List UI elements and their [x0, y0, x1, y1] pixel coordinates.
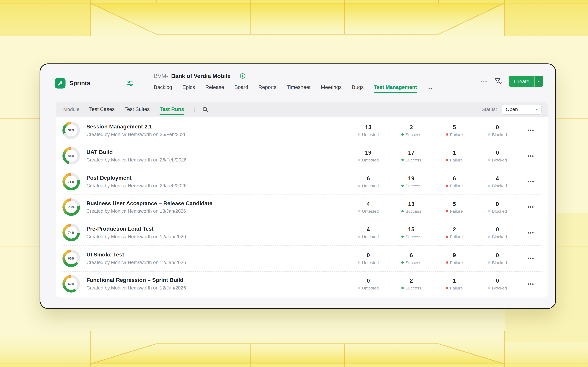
- divider: [389, 227, 390, 238]
- status-dropdown[interactable]: Open ▾: [502, 104, 542, 115]
- create-dropdown-chevron-icon[interactable]: ▾: [534, 75, 543, 87]
- nav-item-timesheet[interactable]: Timesheet: [287, 84, 311, 90]
- untested-label: Untested: [362, 158, 379, 162]
- blocked-count: 0: [496, 277, 499, 284]
- blocked-dot: [488, 184, 490, 187]
- blocked-label: Blocked: [492, 158, 507, 162]
- failure-label: Failure: [450, 260, 463, 265]
- blocked-count: 4: [496, 175, 499, 182]
- untested-label: Untested: [362, 209, 379, 213]
- test-run-title[interactable]: Functional Regression – Sprint Build: [86, 277, 186, 283]
- nav-item-test-management[interactable]: Test Management: [374, 84, 417, 90]
- test-run-title[interactable]: Session Management 2.1: [86, 123, 186, 129]
- success-count: 19: [408, 175, 414, 182]
- divider: [476, 176, 476, 187]
- progress-donut: 65%: [62, 250, 80, 267]
- divider: |: [194, 106, 195, 112]
- progress-donut: 60%: [62, 275, 80, 292]
- failure-label: Failure: [450, 132, 463, 137]
- sliders-icon: [126, 81, 133, 86]
- search-button[interactable]: [202, 106, 208, 112]
- divider: [389, 253, 390, 264]
- nav-more-icon[interactable]: ...: [427, 84, 433, 90]
- status-chevron-icon: ▾: [536, 107, 538, 111]
- project-code: BVM-: [154, 73, 168, 79]
- test-run-title[interactable]: Post Deployment: [86, 175, 186, 181]
- row-more-button[interactable]: •••: [525, 127, 537, 133]
- row-more-button[interactable]: •••: [525, 178, 537, 184]
- nav-item-meetings[interactable]: Meetings: [321, 84, 342, 90]
- blocked-count: 0: [496, 226, 499, 233]
- nav-item-bugs[interactable]: Bugs: [352, 84, 364, 90]
- test-run-row: 60% Functional Regression – Sprint Build…: [56, 271, 548, 297]
- sprints-logo-icon: [57, 80, 63, 86]
- failure-dot: [446, 159, 448, 161]
- untested-dot: [358, 184, 360, 187]
- test-run-title[interactable]: Business User Acceptance – Release Candi…: [86, 200, 212, 206]
- sprints-logo[interactable]: [55, 78, 66, 89]
- divider: [433, 150, 433, 162]
- test-run-title[interactable]: UAT Build: [86, 149, 186, 155]
- app-name: Sprints: [69, 80, 90, 87]
- divider: [476, 125, 476, 136]
- test-run-title[interactable]: Pre-Production Load Test: [86, 226, 186, 232]
- progress-donut: 78%: [62, 173, 80, 190]
- nav-item-board[interactable]: Board: [234, 84, 248, 90]
- project-info-icon[interactable]: [240, 73, 245, 79]
- untested-count: 4: [367, 226, 370, 233]
- row-more-button[interactable]: •••: [525, 153, 537, 159]
- progress-donut: 45%: [62, 147, 80, 165]
- blocked-label: Blocked: [492, 183, 507, 188]
- divider: [476, 201, 476, 213]
- progress-donut: 78%: [62, 198, 80, 216]
- test-run-stats: 0Untested 6Success 9Failure 0Blocked: [349, 245, 517, 271]
- blocked-dot: [488, 159, 490, 161]
- failure-label: Failure: [450, 209, 463, 213]
- header-more-icon[interactable]: •••: [481, 79, 488, 84]
- progress-percent: 74%: [65, 226, 77, 239]
- tab-test-cases[interactable]: Test Cases: [89, 106, 115, 112]
- failure-count: 6: [453, 175, 456, 182]
- failure-count: 5: [453, 124, 456, 130]
- failure-count: 2: [453, 226, 456, 233]
- project-name: Bank of Verdia Mobile: [171, 73, 231, 79]
- untested-dot: [358, 236, 360, 238]
- success-label: Success: [406, 158, 421, 162]
- test-run-title[interactable]: UI Smoke Test: [86, 251, 186, 258]
- test-run-subtitle: Created by Monica Hemsworth on 12/Jan/20…: [86, 234, 186, 239]
- blocked-count: 0: [496, 200, 499, 207]
- nav-item-backlog[interactable]: Backlog: [154, 84, 172, 90]
- nav-item-release[interactable]: Release: [205, 84, 224, 90]
- divider: [433, 253, 433, 264]
- divider: [389, 201, 390, 213]
- row-more-button[interactable]: •••: [525, 281, 537, 287]
- untested-label: Untested: [362, 183, 379, 188]
- divider: |: [234, 73, 236, 79]
- row-more-button[interactable]: •••: [525, 230, 537, 235]
- test-run-subtitle: Created by Monica Hemsworth on 13/Jan/20…: [86, 209, 212, 214]
- divider: [389, 150, 390, 162]
- success-label: Success: [406, 234, 421, 239]
- filter-button[interactable]: [494, 78, 502, 85]
- create-button[interactable]: Create ▾: [509, 75, 543, 87]
- success-count: 2: [410, 277, 413, 284]
- progress-donut: 32%: [62, 121, 80, 139]
- untested-dot: [358, 210, 360, 212]
- blocked-dot: [488, 261, 490, 264]
- success-count: 13: [408, 200, 414, 207]
- tab-test-suites[interactable]: Test Suites: [124, 106, 150, 112]
- progress-percent: 32%: [65, 124, 77, 136]
- test-run-row: 32% Session Management 2.1 Created by Mo…: [56, 117, 548, 143]
- row-more-button[interactable]: •••: [525, 204, 537, 210]
- nav-item-epics[interactable]: Epics: [182, 84, 195, 90]
- success-count: 15: [408, 226, 414, 233]
- divider: [433, 278, 433, 290]
- failure-label: Failure: [450, 158, 463, 162]
- success-count: 6: [410, 252, 413, 258]
- panel-toggle-button[interactable]: [126, 81, 133, 88]
- test-run-stats: 0Untested 2Success 1Failure 0Blocked: [349, 271, 517, 297]
- row-more-button[interactable]: •••: [525, 255, 537, 261]
- nav-item-reports[interactable]: Reports: [259, 84, 276, 90]
- progress-percent: 78%: [65, 175, 77, 187]
- tab-test-runs[interactable]: Test Runs: [160, 106, 184, 112]
